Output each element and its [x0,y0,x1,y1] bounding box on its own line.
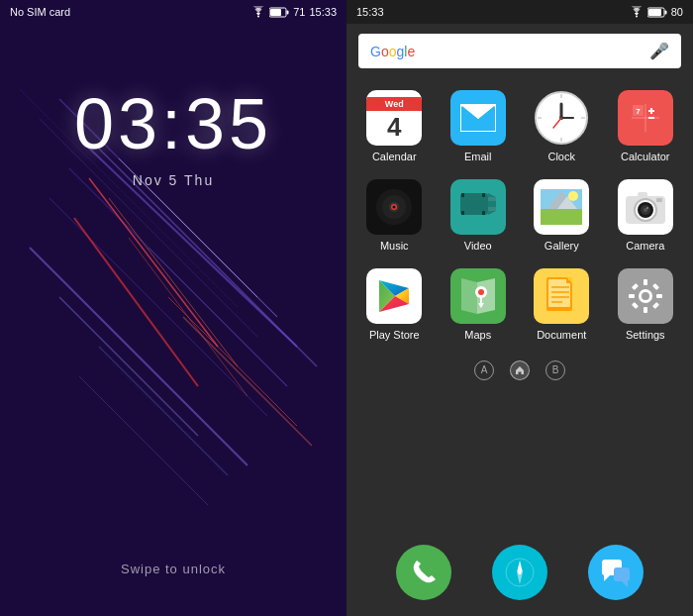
home-status-bar: 15:33 80 [346,0,693,24]
settings-icon [618,268,673,324]
lock-date: Nov 5 Thu [133,172,214,188]
calendar-label: Calendar [372,151,417,163]
calculator-label: Calculator [621,151,670,163]
clock-label: Clock [547,151,575,163]
swipe-to-unlock[interactable]: Swipe to unlock [121,562,226,576]
battery-pct: 71 [293,6,305,18]
svg-rect-60 [461,193,464,197]
app-maps[interactable]: Maps [439,262,519,348]
svg-rect-78 [638,192,647,198]
home-wifi-icon [630,6,644,18]
lock-status-bar: No SIM card 71 15:33 [0,0,346,24]
calendar-date: 4 [387,114,401,140]
app-calendar[interactable]: Wed 4 Calendar [354,84,435,169]
carrier-text: No SIM card [10,6,70,18]
svg-marker-115 [604,575,610,581]
svg-point-71 [568,191,578,201]
document-label: Document [537,329,586,342]
svg-point-21 [257,16,259,18]
lock-clock: 03:35 [74,83,272,164]
gallery-label: Gallery [544,240,579,253]
playstore-icon [366,268,422,324]
svg-point-25 [636,16,638,18]
svg-point-57 [393,206,396,209]
svg-point-113 [518,570,522,574]
app-settings[interactable]: Settings [606,262,686,348]
camera-label: Camera [626,240,664,253]
dock-compass[interactable] [492,545,547,600]
svg-marker-85 [461,278,477,314]
nav-back-button[interactable]: A [474,360,494,380]
svg-marker-65 [488,207,496,211]
calendar-icon: Wed 4 [366,90,422,146]
app-music[interactable]: Music [354,173,435,258]
calendar-day: Wed [366,97,422,111]
app-document[interactable]: Document [522,262,602,348]
svg-rect-61 [461,211,464,215]
nav-home-button[interactable] [510,360,530,380]
music-icon [366,179,422,235]
lock-time: 15:33 [309,6,337,18]
svg-rect-62 [482,193,485,197]
document-icon [534,268,589,324]
battery-icon [269,7,289,18]
svg-point-100 [642,292,649,300]
svg-rect-104 [656,294,662,298]
dock [346,535,693,616]
video-label: Video [464,240,492,253]
chat-icon [600,558,632,587]
maps-label: Maps [464,329,491,342]
svg-rect-63 [482,211,485,215]
app-video[interactable]: Video [439,173,519,258]
svg-marker-109 [516,366,524,374]
mic-icon[interactable]: 🎤 [649,42,669,60]
video-icon [450,179,506,235]
google-logo: Google [370,44,649,59]
app-camera[interactable]: Camera [606,173,686,258]
svg-rect-101 [644,279,647,285]
app-clock[interactable]: Clock [522,84,602,169]
svg-text:7: 7 [636,107,641,116]
svg-rect-23 [287,10,289,14]
dock-chat[interactable] [588,545,644,600]
maps-icon [450,268,506,324]
svg-rect-68 [541,209,582,225]
svg-marker-59 [488,193,496,215]
dock-phone[interactable] [396,545,451,600]
svg-rect-28 [648,9,661,16]
svg-rect-116 [614,567,630,581]
home-screen: 15:33 80 Google 🎤 Wed [346,0,693,616]
home-icon [515,365,525,375]
home-battery-pct: 80 [671,6,683,18]
svg-point-77 [646,207,648,209]
music-label: Music [380,240,409,253]
app-playstore[interactable]: Play Store [354,262,435,348]
app-email[interactable]: Email [439,84,519,169]
svg-marker-64 [488,197,496,201]
home-battery-icon [647,7,667,18]
email-icon [450,90,506,146]
email-label: Email [464,151,492,163]
clock-icon-container [534,90,589,146]
apps-grid: Wed 4 Calendar Email [346,78,693,355]
svg-point-88 [478,289,484,295]
svg-rect-79 [656,198,662,202]
gallery-icon [534,179,589,235]
app-gallery[interactable]: Gallery [522,173,602,258]
calculator-icon: 7 [618,90,673,146]
svg-rect-92 [548,279,570,307]
svg-rect-24 [270,9,281,16]
svg-rect-102 [644,307,647,313]
search-bar[interactable]: Google 🎤 [358,34,681,68]
svg-rect-108 [652,283,659,290]
app-calculator[interactable]: 7 Calculator [606,84,686,169]
svg-rect-106 [652,302,659,309]
playstore-label: Play Store [369,329,420,342]
nav-dots: A B [346,355,693,386]
svg-marker-117 [622,581,628,587]
nav-menu-button[interactable]: B [545,360,565,380]
svg-rect-105 [632,283,639,290]
svg-rect-107 [632,302,639,309]
svg-rect-103 [629,294,635,298]
lock-screen: No SIM card 71 15:33 03:35 Nov 5 Thu Swi… [0,0,346,616]
